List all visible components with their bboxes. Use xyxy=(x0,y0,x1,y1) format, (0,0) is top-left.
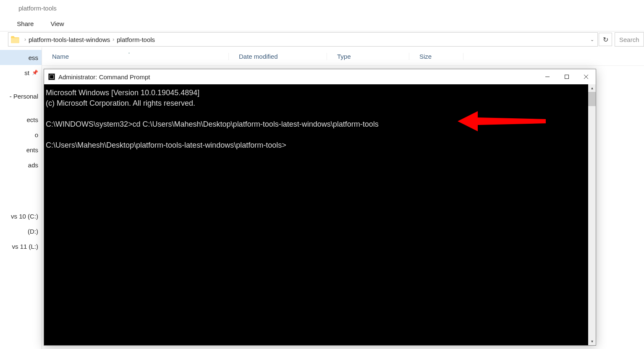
title-text: platform-tools xyxy=(18,5,57,12)
cmd-line: (c) Microsoft Corporation. All rights re… xyxy=(46,99,195,107)
column-label: Date modified xyxy=(239,53,278,60)
close-button[interactable] xyxy=(576,69,596,84)
svg-rect-0 xyxy=(565,75,569,79)
column-header-type[interactable]: Type xyxy=(327,53,409,60)
address-bar-row: › platform-tools-latest-windows › platfo… xyxy=(0,31,644,47)
nav-label: ents xyxy=(26,146,38,154)
cmd-line: C:\WINDOWS\system32>cd C:\Users\Mahesh\D… xyxy=(46,120,379,128)
nav-label: ects xyxy=(26,116,38,123)
sort-caret-icon: ˄ xyxy=(128,52,130,57)
minimize-button[interactable] xyxy=(538,69,557,84)
column-label: Name xyxy=(52,53,69,60)
nav-label: vs 11 (L:) xyxy=(12,243,38,250)
chevron-right-icon[interactable]: › xyxy=(22,36,29,42)
column-header-date[interactable]: Date modified xyxy=(228,53,327,60)
cmd-terminal-area[interactable]: Microsoft Windows [Version 10.0.19045.48… xyxy=(44,84,596,345)
nav-label: st xyxy=(24,69,29,76)
scroll-up-arrow-icon[interactable]: ▴ xyxy=(588,84,596,92)
refresh-icon: ↻ xyxy=(603,36,608,44)
cmd-titlebar[interactable]: Administrator: Command Prompt xyxy=(44,69,596,84)
nav-label: (D:) xyxy=(28,228,38,235)
search-input[interactable]: Search xyxy=(615,32,644,47)
cmd-line: Microsoft Windows [Version 10.0.19045.48… xyxy=(46,89,199,97)
scrollbar[interactable]: ▴ ▾ xyxy=(588,84,596,345)
chevron-right-icon[interactable]: › xyxy=(110,36,117,42)
nav-label: vs 10 (C:) xyxy=(11,213,38,220)
breadcrumb-1[interactable]: platform-tools-latest-windows xyxy=(29,36,110,43)
nav-item[interactable]: ents xyxy=(0,142,42,157)
cmd-title: Administrator: Command Prompt xyxy=(58,73,150,81)
folder-icon xyxy=(11,36,19,43)
search-placeholder: Search xyxy=(619,36,639,43)
scroll-down-arrow-icon[interactable]: ▾ xyxy=(588,338,596,345)
cmd-line: C:\Users\Mahesh\Desktop\platform-tools-l… xyxy=(46,141,286,149)
cmd-icon xyxy=(48,73,55,80)
nav-label: - Personal xyxy=(10,93,38,100)
navigation-pane: ess st 📌 - Personal ects o ents ads vs 1… xyxy=(0,47,42,349)
menu-item-view[interactable]: View xyxy=(50,20,64,27)
window-buttons xyxy=(538,69,596,84)
breadcrumb-2[interactable]: platform-tools xyxy=(117,36,155,43)
nav-label: ads xyxy=(28,161,38,169)
nav-label: ess xyxy=(29,54,38,61)
menu-item-share[interactable]: Share xyxy=(17,20,34,27)
nav-item[interactable]: st 📌 xyxy=(0,65,42,80)
scroll-thumb[interactable] xyxy=(588,92,596,106)
nav-item[interactable]: ects xyxy=(0,112,42,127)
nav-item[interactable]: o xyxy=(0,127,42,142)
nav-drive[interactable]: vs 10 (C:) xyxy=(0,208,42,224)
nav-drive[interactable]: vs 11 (L:) xyxy=(0,239,42,254)
nav-item[interactable]: - Personal xyxy=(0,89,42,104)
address-bar[interactable]: › platform-tools-latest-windows › platfo… xyxy=(8,32,598,47)
nav-spacer xyxy=(0,31,6,47)
explorer-window-title: platform-tools xyxy=(0,0,644,16)
nav-quick-access[interactable]: ess xyxy=(0,50,42,65)
command-prompt-window: Administrator: Command Prompt Microsoft … xyxy=(44,69,596,346)
maximize-button[interactable] xyxy=(557,69,576,84)
column-header-row: Name ˄ Date modified Type Size xyxy=(42,47,644,66)
pin-icon: 📌 xyxy=(32,70,38,76)
chevron-down-icon[interactable]: ⌄ xyxy=(587,37,597,42)
nav-drive[interactable]: (D:) xyxy=(0,224,42,239)
column-header-size[interactable]: Size xyxy=(409,53,463,60)
nav-label: o xyxy=(35,131,38,138)
column-label: Type xyxy=(337,53,351,60)
refresh-button[interactable]: ↻ xyxy=(599,33,612,46)
column-header-name[interactable]: Name ˄ xyxy=(42,53,228,60)
column-label: Size xyxy=(419,53,432,60)
explorer-menubar: e Share View xyxy=(0,16,644,31)
nav-item[interactable]: ads xyxy=(0,157,42,172)
